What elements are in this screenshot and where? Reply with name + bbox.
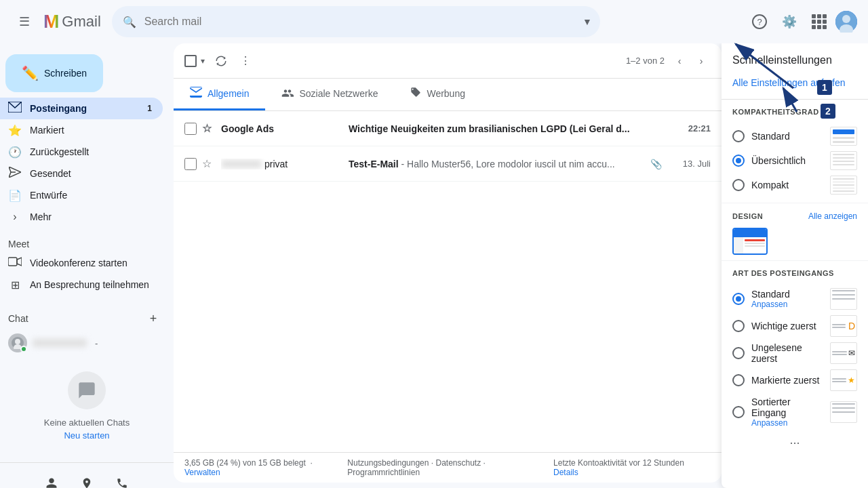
refresh-button[interactable] xyxy=(210,50,232,72)
compose-button[interactable]: ✏️ Schreiben xyxy=(5,54,103,92)
email-sender: privat xyxy=(221,159,343,169)
no-chats-link[interactable]: Neu starten xyxy=(64,430,109,441)
radio-uebersichtlich[interactable] xyxy=(732,155,745,167)
email-checkbox[interactable] xyxy=(184,158,197,170)
inbox-sortiert-anpassen[interactable]: Anpassen xyxy=(751,418,823,428)
no-chats-icon xyxy=(68,371,106,409)
compose-icon: ✏️ xyxy=(22,65,39,81)
attachment-icon: 📎 xyxy=(650,159,662,169)
inbox-option-markierte[interactable]: Markierte zuerst ★ xyxy=(732,367,857,394)
sidebar: ✏️ Schreiben Posteingang 1 ⭐ Markiert 🕐 … xyxy=(0,43,174,488)
hamburger-button[interactable]: ☰ xyxy=(11,8,38,35)
inbox-option-ungelesen[interactable]: Ungelesene zuerst ✉ xyxy=(732,340,857,367)
inbox-icon xyxy=(8,102,22,115)
status-bar: 3,65 GB (24 %) von 15 GB belegt · Verwal… xyxy=(174,452,722,483)
tab-allgemein-label: Allgemein xyxy=(208,88,249,99)
tab-allgemein[interactable]: Allgemein xyxy=(174,79,265,110)
location-button[interactable] xyxy=(75,471,99,488)
inbox-option-sortiert[interactable]: Sortierter Eingang Anpassen xyxy=(732,394,857,430)
density-standard-preview xyxy=(830,127,857,146)
allgemein-icon xyxy=(190,87,202,100)
radio-inbox-wichtig[interactable] xyxy=(732,320,745,332)
table-row[interactable]: ☆ privat Test-E-Mail - Hallo Muster56, L… xyxy=(174,146,722,182)
radio-kompakt[interactable] xyxy=(732,179,745,191)
svg-rect-6 xyxy=(8,258,17,266)
settings-button[interactable]: ⚙️ xyxy=(776,8,803,35)
email-subject-line: Test-E-Mail - Hallo Muster56, Lore modol… xyxy=(349,159,645,169)
theme-preview[interactable] xyxy=(732,228,768,255)
more-options-button[interactable]: ⋮ xyxy=(235,50,256,72)
manage-link[interactable]: Verwalten xyxy=(184,468,220,477)
subject-text: Wichtige Neuigkeiten zum brasilianischen… xyxy=(349,123,630,134)
user-avatar[interactable] xyxy=(835,11,857,33)
search-input[interactable] xyxy=(112,6,600,37)
next-page-button[interactable]: › xyxy=(692,52,711,70)
table-row[interactable]: ☆ Google Ads Wichtige Neuigkeiten zum br… xyxy=(174,111,722,146)
gear-icon: ⚙️ xyxy=(782,14,797,29)
inbox-sortiert-info: Sortierter Eingang Anpassen xyxy=(751,396,823,428)
search-dropdown-icon[interactable]: ▼ xyxy=(583,16,592,27)
email-list: ☆ Google Ads Wichtige Neuigkeiten zum br… xyxy=(174,111,722,452)
inbox-option-standard[interactable]: Standard Anpassen xyxy=(732,285,857,312)
select-all-checkbox[interactable]: ▾ xyxy=(184,54,208,68)
chat-add-button[interactable]: + xyxy=(144,309,163,328)
top-bar: ☰ M Gmail 🔍 ▼ ? ⚙️ xyxy=(0,0,868,43)
radio-inbox-standard[interactable] xyxy=(732,293,745,305)
star-button[interactable]: ☆ xyxy=(202,122,216,135)
chevron-down-icon: › xyxy=(8,211,22,223)
checkbox-dropdown-icon[interactable]: ▾ xyxy=(198,54,208,68)
tab-werbung[interactable]: Werbung xyxy=(394,79,481,110)
radio-inbox-sortiert[interactable] xyxy=(732,406,745,418)
radio-inbox-ungelesen[interactable] xyxy=(732,347,745,359)
design-title: DESIGN xyxy=(732,212,763,220)
tab-soziale[interactable]: Soziale Netzwerke xyxy=(265,79,394,110)
sidebar-item-zurueckgestellt[interactable]: 🕐 Zurückgestellt xyxy=(0,141,163,163)
sidebar-item-mehr[interactable]: › Mehr xyxy=(0,206,163,228)
help-icon: ? xyxy=(752,14,767,29)
send-icon xyxy=(8,167,22,180)
inbox-ungelesen-preview: ✉ xyxy=(830,342,857,364)
radio-standard[interactable] xyxy=(732,130,745,142)
sidebar-item-besprechung[interactable]: ⊞ An Besprechung teilnehmen xyxy=(0,274,163,296)
inbox-standard-anpassen[interactable]: Anpassen xyxy=(751,300,823,309)
email-checkbox[interactable] xyxy=(184,123,197,135)
help-button[interactable]: ? xyxy=(746,8,773,35)
email-subject-line: Wichtige Neuigkeiten zum brasilianischen… xyxy=(349,123,665,134)
theme-line xyxy=(745,243,765,244)
theme-sidebar xyxy=(734,237,743,253)
avatar-image xyxy=(835,11,857,33)
inbox-markierte-label: Markierte zuerst xyxy=(751,375,823,386)
sidebar-item-videokonferenz[interactable]: Videokonferenz starten xyxy=(0,252,163,274)
sidebar-item-markiert[interactable]: ⭐ Markiert xyxy=(0,119,163,141)
star-button[interactable]: ☆ xyxy=(202,157,216,170)
prev-page-button[interactable]: ‹ xyxy=(670,52,689,70)
email-time: 13. Juli xyxy=(670,159,711,169)
density-option-standard[interactable]: Standard xyxy=(732,124,857,148)
sidebar-item-posteingang[interactable]: Posteingang 1 xyxy=(0,98,163,119)
phone-button[interactable] xyxy=(110,471,134,488)
toolbar-right: 1–2 von 2 ‹ › xyxy=(626,52,711,70)
checkbox-input[interactable] xyxy=(184,55,197,67)
all-settings-link[interactable]: Alle Einstellungen aufrufen xyxy=(722,72,868,100)
draft-icon: 📄 xyxy=(8,189,22,202)
design-all-link[interactable]: Alle anzeigen xyxy=(808,211,857,221)
chat-bubble-icon xyxy=(77,381,96,400)
storage-text: 3,65 GB (24 %) von 15 GB belegt xyxy=(184,458,306,468)
radio-inbox-markierte[interactable] xyxy=(732,374,745,386)
inbox-option-wichtig[interactable]: Wichtige zuerst D xyxy=(732,312,857,340)
chat-user-item[interactable]: - xyxy=(0,331,163,355)
sidebar-item-gesendet[interactable]: Gesendet xyxy=(0,163,163,184)
preview-text: - Hallo Muster56, Lore modolor iuscil ut… xyxy=(401,159,615,169)
contacts-button[interactable] xyxy=(39,471,64,488)
storage-info: 3,65 GB (24 %) von 15 GB belegt · Verwal… xyxy=(184,458,347,477)
apps-button[interactable] xyxy=(806,8,833,35)
more-icon: ⋮ xyxy=(240,54,251,67)
density-option-kompakt[interactable]: Kompakt xyxy=(732,173,857,197)
sidebar-item-entwuerfe[interactable]: 📄 Entwürfe xyxy=(0,184,163,206)
details-link[interactable]: Details xyxy=(553,468,578,477)
chat-label: Chat xyxy=(8,313,144,324)
density-option-uebersichtlich[interactable]: Übersichtlich xyxy=(732,148,857,173)
inbox-tabs: Allgemein Soziale Netzwerke Werbung xyxy=(174,79,722,111)
quick-settings-panel: Schnelleinstellungen Alle Einstellungen … xyxy=(722,43,868,488)
tab-soziale-label: Soziale Netzwerke xyxy=(299,88,378,99)
